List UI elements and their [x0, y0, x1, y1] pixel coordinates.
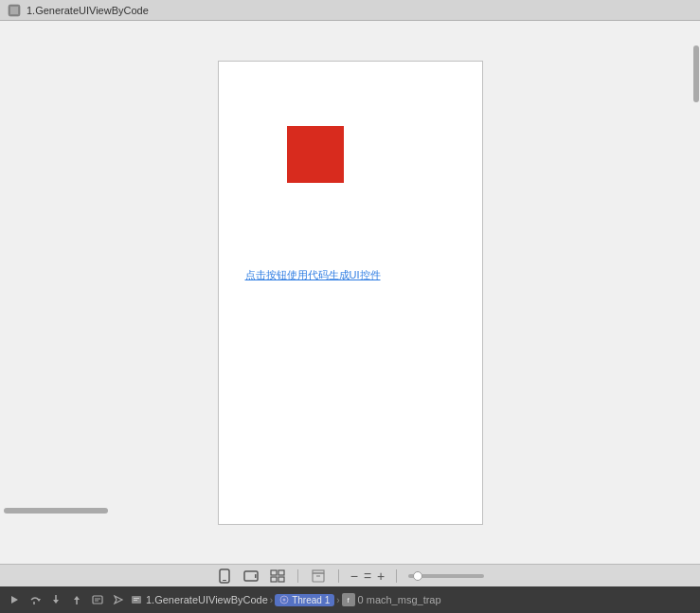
thread-badge: Thread 1 [275, 594, 334, 606]
breakpoint-button[interactable] [89, 591, 106, 608]
svg-rect-6 [271, 570, 277, 575]
bottom-toolbar: − = + [0, 564, 700, 586]
zoom-controls: − = + [350, 568, 386, 584]
vertical-scrollbar[interactable] [692, 42, 700, 514]
svg-rect-3 [223, 580, 226, 581]
app-icon [8, 4, 21, 17]
main-content-area: 点击按钮使用代码生成UI控件 [0, 21, 700, 564]
horizontal-scrollbar-thumb[interactable] [4, 508, 108, 514]
zoom-slider[interactable] [408, 574, 484, 578]
toolbar-separator-1 [297, 569, 298, 583]
project-name: 1.GenerateUIViewByCode [146, 594, 268, 605]
mach-trap-item: f 0 mach_msg_trap [342, 593, 441, 606]
play-button[interactable] [6, 591, 23, 608]
toolbar-separator-3 [396, 569, 397, 583]
phone-device-icon[interactable] [216, 569, 233, 583]
toolbar-separator-2 [338, 569, 339, 583]
breadcrumb-project: 1.GenerateUIViewByCode [131, 594, 268, 605]
zoom-equal-btn[interactable]: = [364, 568, 371, 584]
red-square-view [287, 126, 344, 183]
breadcrumb: 1.GenerateUIViewByCode › Thread 1 › f 0 … [131, 593, 694, 606]
separator-1: › [270, 595, 273, 605]
title-bar: 1.GenerateUIViewByCode [0, 0, 700, 21]
step-out-button[interactable] [68, 591, 85, 608]
mach-label: 0 mach_msg_trap [358, 594, 441, 605]
svg-marker-17 [53, 600, 59, 604]
tablet-device-icon[interactable] [242, 569, 260, 583]
svg-point-28 [283, 599, 286, 602]
window-title: 1.GenerateUIViewByCode [27, 5, 149, 16]
simulator-frame: 点击按钮使用代码生成UI控件 [218, 61, 483, 525]
generate-ui-button-label[interactable]: 点击按钮使用代码生成UI控件 [245, 268, 381, 282]
svg-rect-26 [134, 600, 137, 601]
status-bar: 1.GenerateUIViewByCode › Thread 1 › f 0 … [0, 586, 700, 613]
device-icons-group [216, 569, 286, 583]
svg-rect-8 [271, 577, 277, 582]
separator-2: › [336, 595, 339, 605]
svg-marker-13 [11, 596, 18, 604]
archive-icon[interactable] [310, 569, 327, 583]
location-button[interactable] [110, 591, 127, 608]
step-into-button[interactable] [47, 591, 64, 608]
svg-rect-7 [278, 570, 284, 575]
svg-rect-20 [93, 596, 102, 604]
svg-marker-19 [74, 596, 80, 600]
svg-rect-10 [313, 573, 324, 582]
svg-rect-11 [313, 570, 324, 573]
zoom-slider-thumb[interactable] [413, 571, 422, 581]
step-over-button[interactable] [27, 591, 44, 608]
svg-rect-25 [134, 598, 139, 599]
svg-rect-5 [255, 574, 257, 578]
mach-icon: f [342, 593, 355, 606]
zoom-minus-btn[interactable]: − [350, 568, 358, 584]
svg-rect-9 [278, 577, 284, 582]
vertical-scrollbar-thumb[interactable] [693, 45, 699, 102]
svg-marker-14 [37, 599, 41, 602]
horizontal-scrollbar[interactable] [0, 507, 700, 514]
layout-icon[interactable] [269, 569, 286, 583]
svg-marker-23 [115, 596, 122, 604]
zoom-plus-btn[interactable]: + [377, 568, 385, 584]
thread-label: Thread 1 [292, 595, 330, 605]
svg-rect-1 [10, 7, 18, 14]
